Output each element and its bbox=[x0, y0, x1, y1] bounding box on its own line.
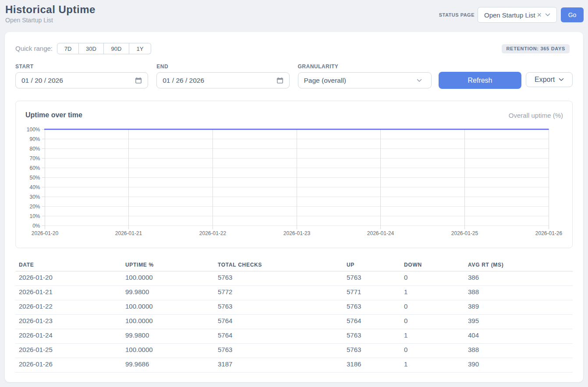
svg-text:90%: 90% bbox=[29, 136, 40, 142]
svg-text:60%: 60% bbox=[29, 165, 40, 171]
svg-text:40%: 40% bbox=[29, 184, 40, 190]
svg-text:2026-01-24: 2026-01-24 bbox=[367, 230, 394, 236]
svg-text:30%: 30% bbox=[29, 194, 40, 200]
svg-text:100%: 100% bbox=[27, 127, 40, 133]
svg-text:20%: 20% bbox=[29, 204, 40, 210]
svg-text:2026-01-21: 2026-01-21 bbox=[115, 230, 142, 236]
svg-text:2026-01-23: 2026-01-23 bbox=[283, 230, 311, 236]
svg-text:0%: 0% bbox=[32, 223, 40, 229]
svg-text:2026-01-25: 2026-01-25 bbox=[451, 230, 478, 236]
svg-text:2026-01-20: 2026-01-20 bbox=[32, 230, 59, 236]
svg-text:70%: 70% bbox=[29, 155, 40, 162]
svg-text:2026-01-22: 2026-01-22 bbox=[199, 230, 227, 236]
svg-text:50%: 50% bbox=[29, 175, 40, 181]
svg-text:80%: 80% bbox=[29, 146, 40, 152]
svg-text:10%: 10% bbox=[29, 213, 40, 219]
svg-text:2026-01-26: 2026-01-26 bbox=[535, 230, 563, 236]
